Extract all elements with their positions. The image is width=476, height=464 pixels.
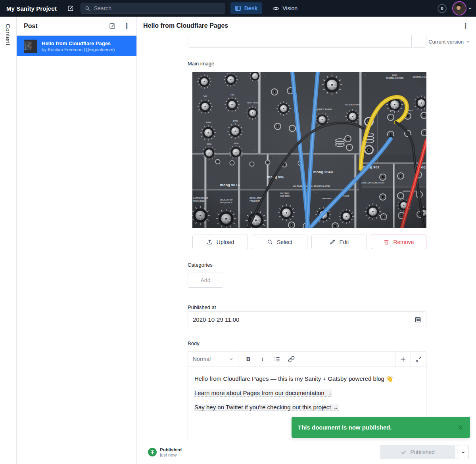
- select-button-label: Select: [277, 239, 292, 245]
- editor-header: Hello from Cloudflare Pages ⋮: [137, 17, 476, 35]
- publish-menu-button[interactable]: [457, 445, 469, 459]
- publish-toast: This document is now published.: [292, 417, 470, 438]
- bullet-list-icon[interactable]: [271, 353, 283, 365]
- expand-editor-button[interactable]: [411, 351, 426, 367]
- list-item[interactable]: Hello from Cloudflare Pages by Kristian …: [17, 36, 136, 56]
- chevron-down-icon: [229, 357, 233, 361]
- list-item-thumbnail: [24, 40, 37, 53]
- upload-icon: [206, 239, 213, 245]
- body-link[interactable]: Say hey on Twitter if you're checking ou…: [194, 404, 339, 411]
- post-list-panel: Post ⋮ Hello from Cloudflare Pages by Kr…: [17, 17, 137, 464]
- edit-button-label: Edit: [339, 239, 349, 245]
- bold-button[interactable]: B: [242, 353, 255, 365]
- upload-button-label: Upload: [217, 239, 234, 245]
- new-document-icon[interactable]: [109, 22, 116, 30]
- document-title: Hello from Cloudflare Pages: [143, 22, 228, 29]
- italic-button[interactable]: i: [256, 353, 269, 365]
- tab-vision-label: Vision: [282, 5, 298, 11]
- version-label: Current version: [428, 39, 464, 45]
- insert-block-button[interactable]: [395, 351, 411, 367]
- upload-button[interactable]: Upload: [192, 235, 248, 249]
- slug-generate-button[interactable]: [411, 35, 426, 47]
- edit-button[interactable]: Edit: [311, 235, 367, 249]
- published-at-input[interactable]: [193, 316, 415, 323]
- body-content[interactable]: Hello from Cloudflare Pages — this is my…: [188, 367, 426, 425]
- body-link[interactable]: Learn more about Pages from our document…: [194, 390, 332, 397]
- tab-desk[interactable]: Desk: [230, 2, 262, 14]
- link-icon[interactable]: [285, 353, 298, 365]
- version-selector[interactable]: Current version: [428, 39, 470, 45]
- chevron-down-icon: [466, 40, 470, 44]
- select-button[interactable]: Select: [252, 235, 307, 249]
- calendar-icon[interactable]: [415, 316, 421, 323]
- editor-scroll-area: Current version Main image Upload: [137, 35, 476, 440]
- body-paragraph: Hello from Cloudflare Pages — this is my…: [194, 374, 420, 383]
- add-category-button[interactable]: Add: [188, 273, 223, 288]
- list-item-subtitle: by Kristian Freeman (@signalnerve): [42, 47, 115, 52]
- plus-icon: [400, 356, 406, 362]
- content-rail-label[interactable]: Content: [5, 24, 12, 46]
- published-at-field[interactable]: [188, 311, 426, 327]
- search-icon: [85, 6, 90, 11]
- chevron-down-icon[interactable]: [468, 6, 472, 10]
- avatar[interactable]: [452, 1, 466, 15]
- remove-button[interactable]: Remove: [371, 235, 426, 249]
- chevron-down-icon: [461, 450, 465, 454]
- eye-icon: [273, 5, 279, 12]
- search-bar[interactable]: [81, 3, 225, 14]
- publish-button[interactable]: Published: [380, 445, 455, 459]
- check-icon: [401, 449, 407, 455]
- document-footer: Published just now Published: [137, 440, 476, 464]
- status-time: just now: [160, 453, 182, 458]
- status-label: Published: [160, 447, 182, 453]
- main-image-label: Main image: [188, 61, 214, 67]
- search-input[interactable]: [94, 5, 221, 11]
- pencil-icon: [329, 239, 336, 245]
- remove-button-label: Remove: [393, 239, 414, 245]
- slug-field-partial[interactable]: [188, 35, 426, 48]
- tab-vision[interactable]: Vision: [268, 2, 302, 14]
- list-item-title: Hello from Cloudflare Pages: [42, 40, 115, 47]
- text-style-value: Normal: [193, 356, 211, 362]
- toast-message: This document is now published.: [298, 424, 392, 431]
- text-style-select[interactable]: Normal: [188, 351, 238, 367]
- document-editor: Hello from Cloudflare Pages ⋮ Current ve…: [137, 17, 476, 464]
- project-title: My Sanity Project: [6, 5, 57, 12]
- publish-button-label: Published: [410, 449, 435, 455]
- add-button-label: Add: [201, 277, 211, 283]
- body-toolbar: Normal B i: [188, 351, 426, 367]
- compose-icon[interactable]: [65, 3, 76, 13]
- published-at-label: Published at: [188, 304, 216, 310]
- desk-icon: [235, 5, 241, 11]
- close-icon[interactable]: [457, 424, 464, 431]
- expand-icon: [416, 356, 422, 362]
- search-icon: [267, 239, 273, 245]
- notification-badge[interactable]: 0: [438, 4, 447, 13]
- document-menu-icon[interactable]: ⋮: [461, 22, 470, 30]
- panel-title: Post: [24, 23, 38, 30]
- post-panel-header: Post ⋮: [17, 17, 136, 36]
- panel-menu-icon[interactable]: ⋮: [122, 22, 132, 30]
- trash-icon: [383, 239, 390, 245]
- tab-desk-label: Desk: [244, 5, 257, 11]
- content-rail: Content: [0, 17, 17, 464]
- body-label: Body: [188, 340, 200, 346]
- top-navbar: My Sanity Project Desk Vision 0: [0, 0, 476, 17]
- categories-label: Categories: [188, 262, 213, 268]
- main-image-preview[interactable]: [192, 72, 426, 228]
- published-status-icon: [148, 448, 157, 456]
- image-button-row: Upload Select Edit: [192, 235, 426, 249]
